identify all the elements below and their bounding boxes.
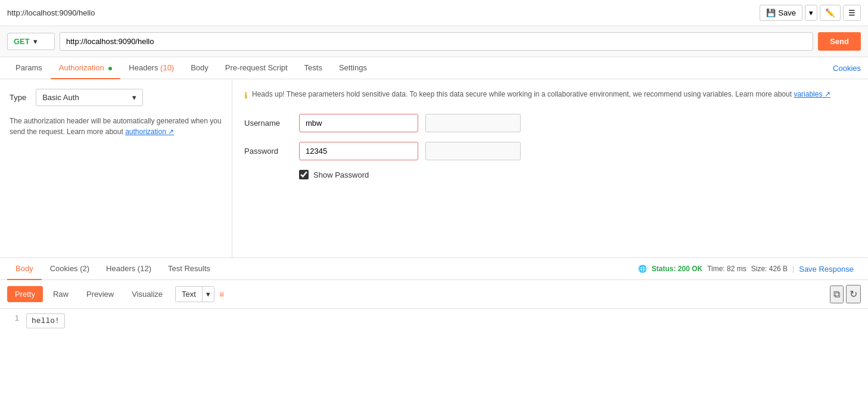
type-select[interactable]: Basic Auth ▾	[36, 89, 143, 106]
method-label: GET	[14, 37, 30, 46]
bottom-tab-test-results[interactable]: Test Results	[160, 258, 219, 280]
variables-link[interactable]: variables ↗	[794, 90, 830, 98]
method-dropdown-arrow: ▾	[33, 37, 38, 46]
username-extra-input[interactable]	[425, 114, 521, 132]
tab-body[interactable]: Body	[182, 57, 217, 79]
status-divider: |	[792, 265, 794, 273]
code-content-1: hello!	[26, 313, 65, 328]
username-row: Username	[244, 114, 856, 132]
authorization-link[interactable]: authorization ↗	[125, 128, 174, 136]
warning-box: ℹ Heads up! These parameters hold sensit…	[244, 89, 856, 102]
response-toolbar: Pretty Raw Preview Visualize Text ▾ ≡ ⧉ …	[0, 280, 868, 309]
copy-button[interactable]: ⧉	[830, 285, 844, 303]
code-area: 1 hello!	[0, 309, 868, 356]
show-password-row: Show Password	[299, 170, 856, 179]
warning-text: Heads up! These parameters hold sensitiv…	[252, 89, 830, 102]
save-button[interactable]: 💾 Save	[760, 5, 802, 21]
tab-params[interactable]: Params	[7, 57, 51, 79]
show-password-checkbox[interactable]	[299, 170, 309, 179]
warning-icon: ℹ	[244, 89, 247, 102]
view-visualize-button[interactable]: Visualize	[124, 286, 170, 302]
bottom-tabs-bar: Body Cookies (2) Headers (12) Test Resul…	[0, 258, 868, 280]
save-dropdown-button[interactable]: ▾	[805, 5, 817, 21]
type-dropdown-arrow: ▾	[132, 93, 136, 102]
top-bar-url: http://localhost:9090/hello	[7, 8, 95, 17]
url-bar: GET ▾ Send	[0, 26, 868, 57]
send-button[interactable]: Send	[818, 32, 861, 51]
view-raw-button[interactable]: Raw	[45, 286, 76, 302]
format-select[interactable]: Text ▾	[175, 286, 214, 302]
refresh-button[interactable]: ↻	[846, 285, 861, 303]
tabs-bar: Params Authorization Headers (10) Body P…	[0, 57, 868, 79]
top-bar-actions: 💾 Save ▾ ✏️ ☰	[760, 5, 861, 21]
username-label: Username	[244, 119, 292, 128]
tab-headers[interactable]: Headers (10)	[120, 57, 182, 79]
show-password-label[interactable]: Show Password	[313, 170, 369, 179]
left-panel: Type Basic Auth ▾ The authorization head…	[0, 79, 232, 257]
save-icon: 💾	[766, 8, 776, 17]
username-input-wrapper	[299, 114, 418, 132]
username-input[interactable]	[299, 114, 418, 132]
tab-pre-request[interactable]: Pre-request Script	[217, 57, 296, 79]
edit-icon-button[interactable]: ✏️	[820, 5, 841, 21]
status-bar: 🌐 Status: 200 OK Time: 82 ms Size: 426 B…	[631, 259, 861, 280]
more-icon-button[interactable]: ☰	[843, 5, 861, 21]
type-value: Basic Auth	[42, 93, 79, 102]
authorization-dot	[108, 67, 112, 70]
save-label: Save	[778, 8, 796, 17]
bottom-tab-cookies[interactable]: Cookies (2)	[42, 258, 98, 280]
right-panel: ℹ Heads up! These parameters hold sensit…	[232, 79, 868, 257]
top-bar: http://localhost:9090/hello 💾 Save ▾ ✏️ …	[0, 0, 868, 26]
status-ok: Status: 200 OK	[652, 265, 702, 273]
password-input[interactable]	[299, 142, 418, 160]
password-row: Password	[244, 142, 856, 160]
cookie-link[interactable]: Cookies	[833, 58, 861, 79]
tab-tests[interactable]: Tests	[296, 57, 331, 79]
view-preview-button[interactable]: Preview	[79, 286, 122, 302]
bottom-section: Body Cookies (2) Headers (12) Test Resul…	[0, 258, 868, 356]
password-label: Password	[244, 147, 292, 156]
type-row: Type Basic Auth ▾	[10, 89, 222, 106]
bottom-tab-headers[interactable]: Headers (12)	[98, 258, 160, 280]
format-arrow-icon[interactable]: ▾	[202, 287, 214, 302]
line-number-1: 1	[7, 313, 19, 328]
globe-icon: 🌐	[638, 265, 647, 273]
filter-icon[interactable]: ≡	[219, 290, 224, 299]
bottom-tab-body[interactable]: Body	[7, 258, 42, 280]
url-input[interactable]	[60, 32, 813, 51]
status-size: Size: 426 B	[751, 265, 788, 273]
status-time: Time: 82 ms	[707, 265, 746, 273]
view-pretty-button[interactable]: Pretty	[7, 286, 43, 302]
password-extra-input[interactable]	[425, 142, 521, 160]
main-content: Type Basic Auth ▾ The authorization head…	[0, 79, 868, 258]
tab-settings[interactable]: Settings	[331, 57, 375, 79]
code-line-1: 1 hello!	[7, 313, 861, 328]
format-value: Text	[176, 287, 202, 302]
method-select[interactable]: GET ▾	[7, 33, 55, 50]
tab-authorization[interactable]: Authorization	[51, 57, 121, 79]
save-response-link[interactable]: Save Response	[799, 265, 854, 274]
password-input-wrapper	[299, 142, 418, 160]
type-label: Type	[10, 93, 26, 102]
auth-description: The authorization header will be automat…	[10, 116, 222, 137]
